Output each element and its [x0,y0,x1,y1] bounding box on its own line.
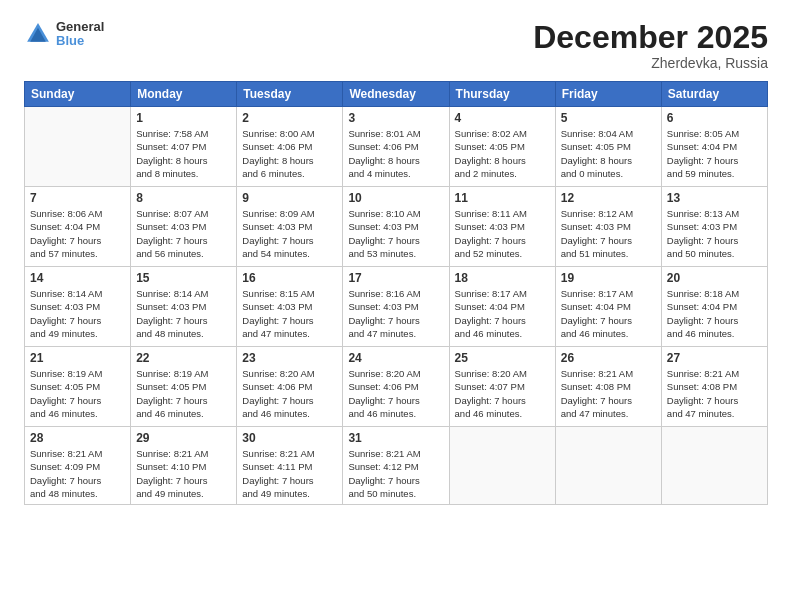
day-number: 2 [242,111,337,125]
table-row: 8Sunrise: 8:07 AMSunset: 4:03 PMDaylight… [131,187,237,267]
logo-icon [24,20,52,48]
logo: General Blue [24,20,104,49]
day-number: 24 [348,351,443,365]
logo-line1: General [56,20,104,34]
day-number: 16 [242,271,337,285]
day-info: Sunrise: 8:05 AMSunset: 4:04 PMDaylight:… [667,127,762,180]
day-info: Sunrise: 8:20 AMSunset: 4:07 PMDaylight:… [455,367,550,420]
table-row [661,427,767,505]
day-number: 10 [348,191,443,205]
day-number: 22 [136,351,231,365]
table-row: 3Sunrise: 8:01 AMSunset: 4:06 PMDaylight… [343,107,449,187]
day-info: Sunrise: 7:58 AMSunset: 4:07 PMDaylight:… [136,127,231,180]
table-row: 27Sunrise: 8:21 AMSunset: 4:08 PMDayligh… [661,347,767,427]
day-number: 11 [455,191,550,205]
day-number: 4 [455,111,550,125]
col-sunday: Sunday [25,82,131,107]
table-row: 10Sunrise: 8:10 AMSunset: 4:03 PMDayligh… [343,187,449,267]
day-number: 29 [136,431,231,445]
day-info: Sunrise: 8:11 AMSunset: 4:03 PMDaylight:… [455,207,550,260]
day-info: Sunrise: 8:09 AMSunset: 4:03 PMDaylight:… [242,207,337,260]
day-number: 20 [667,271,762,285]
col-tuesday: Tuesday [237,82,343,107]
day-number: 14 [30,271,125,285]
day-info: Sunrise: 8:13 AMSunset: 4:03 PMDaylight:… [667,207,762,260]
col-friday: Friday [555,82,661,107]
day-info: Sunrise: 8:19 AMSunset: 4:05 PMDaylight:… [30,367,125,420]
day-info: Sunrise: 8:16 AMSunset: 4:03 PMDaylight:… [348,287,443,340]
day-number: 28 [30,431,125,445]
day-info: Sunrise: 8:21 AMSunset: 4:09 PMDaylight:… [30,447,125,500]
header: General Blue December 2025 Zherdevka, Ru… [24,20,768,71]
table-row: 15Sunrise: 8:14 AMSunset: 4:03 PMDayligh… [131,267,237,347]
table-row: 4Sunrise: 8:02 AMSunset: 4:05 PMDaylight… [449,107,555,187]
day-info: Sunrise: 8:06 AMSunset: 4:04 PMDaylight:… [30,207,125,260]
day-number: 12 [561,191,656,205]
month-title: December 2025 [533,20,768,55]
day-info: Sunrise: 8:17 AMSunset: 4:04 PMDaylight:… [561,287,656,340]
table-row: 21Sunrise: 8:19 AMSunset: 4:05 PMDayligh… [25,347,131,427]
day-info: Sunrise: 8:19 AMSunset: 4:05 PMDaylight:… [136,367,231,420]
day-info: Sunrise: 8:14 AMSunset: 4:03 PMDaylight:… [30,287,125,340]
calendar: Sunday Monday Tuesday Wednesday Thursday… [24,81,768,505]
day-info: Sunrise: 8:20 AMSunset: 4:06 PMDaylight:… [348,367,443,420]
day-info: Sunrise: 8:17 AMSunset: 4:04 PMDaylight:… [455,287,550,340]
day-info: Sunrise: 8:02 AMSunset: 4:05 PMDaylight:… [455,127,550,180]
day-number: 15 [136,271,231,285]
logo-text: General Blue [56,20,104,49]
table-row: 1Sunrise: 7:58 AMSunset: 4:07 PMDaylight… [131,107,237,187]
calendar-header-row: Sunday Monday Tuesday Wednesday Thursday… [25,82,768,107]
table-row: 20Sunrise: 8:18 AMSunset: 4:04 PMDayligh… [661,267,767,347]
table-row: 6Sunrise: 8:05 AMSunset: 4:04 PMDaylight… [661,107,767,187]
table-row: 12Sunrise: 8:12 AMSunset: 4:03 PMDayligh… [555,187,661,267]
day-number: 26 [561,351,656,365]
day-info: Sunrise: 8:14 AMSunset: 4:03 PMDaylight:… [136,287,231,340]
day-number: 6 [667,111,762,125]
day-info: Sunrise: 8:12 AMSunset: 4:03 PMDaylight:… [561,207,656,260]
title-block: December 2025 Zherdevka, Russia [533,20,768,71]
table-row: 26Sunrise: 8:21 AMSunset: 4:08 PMDayligh… [555,347,661,427]
table-row: 24Sunrise: 8:20 AMSunset: 4:06 PMDayligh… [343,347,449,427]
day-info: Sunrise: 8:21 AMSunset: 4:10 PMDaylight:… [136,447,231,500]
table-row [25,107,131,187]
day-info: Sunrise: 8:18 AMSunset: 4:04 PMDaylight:… [667,287,762,340]
table-row: 31Sunrise: 8:21 AMSunset: 4:12 PMDayligh… [343,427,449,505]
day-info: Sunrise: 8:10 AMSunset: 4:03 PMDaylight:… [348,207,443,260]
day-info: Sunrise: 8:01 AMSunset: 4:06 PMDaylight:… [348,127,443,180]
day-number: 13 [667,191,762,205]
table-row: 30Sunrise: 8:21 AMSunset: 4:11 PMDayligh… [237,427,343,505]
table-row [449,427,555,505]
table-row: 2Sunrise: 8:00 AMSunset: 4:06 PMDaylight… [237,107,343,187]
day-number: 25 [455,351,550,365]
subtitle: Zherdevka, Russia [533,55,768,71]
day-info: Sunrise: 8:21 AMSunset: 4:08 PMDaylight:… [667,367,762,420]
day-info: Sunrise: 8:21 AMSunset: 4:08 PMDaylight:… [561,367,656,420]
col-thursday: Thursday [449,82,555,107]
table-row: 5Sunrise: 8:04 AMSunset: 4:05 PMDaylight… [555,107,661,187]
col-monday: Monday [131,82,237,107]
table-row: 23Sunrise: 8:20 AMSunset: 4:06 PMDayligh… [237,347,343,427]
day-number: 9 [242,191,337,205]
day-info: Sunrise: 8:21 AMSunset: 4:12 PMDaylight:… [348,447,443,500]
table-row: 25Sunrise: 8:20 AMSunset: 4:07 PMDayligh… [449,347,555,427]
day-number: 8 [136,191,231,205]
day-info: Sunrise: 8:21 AMSunset: 4:11 PMDaylight:… [242,447,337,500]
table-row: 19Sunrise: 8:17 AMSunset: 4:04 PMDayligh… [555,267,661,347]
table-row: 22Sunrise: 8:19 AMSunset: 4:05 PMDayligh… [131,347,237,427]
table-row: 17Sunrise: 8:16 AMSunset: 4:03 PMDayligh… [343,267,449,347]
day-number: 18 [455,271,550,285]
day-number: 5 [561,111,656,125]
day-number: 7 [30,191,125,205]
table-row: 29Sunrise: 8:21 AMSunset: 4:10 PMDayligh… [131,427,237,505]
table-row: 9Sunrise: 8:09 AMSunset: 4:03 PMDaylight… [237,187,343,267]
table-row: 11Sunrise: 8:11 AMSunset: 4:03 PMDayligh… [449,187,555,267]
day-info: Sunrise: 8:15 AMSunset: 4:03 PMDaylight:… [242,287,337,340]
col-wednesday: Wednesday [343,82,449,107]
day-number: 30 [242,431,337,445]
table-row: 7Sunrise: 8:06 AMSunset: 4:04 PMDaylight… [25,187,131,267]
logo-line2: Blue [56,34,104,48]
col-saturday: Saturday [661,82,767,107]
table-row: 16Sunrise: 8:15 AMSunset: 4:03 PMDayligh… [237,267,343,347]
day-number: 27 [667,351,762,365]
day-number: 23 [242,351,337,365]
